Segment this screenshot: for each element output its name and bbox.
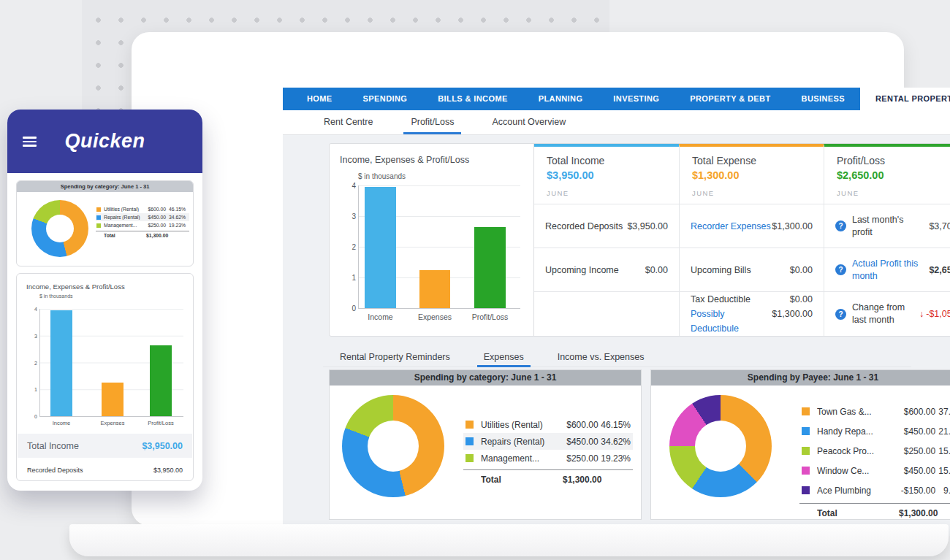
legend-swatch bbox=[802, 427, 810, 435]
row-value: $0.00 bbox=[790, 292, 813, 307]
down-arrow-icon: ↓ bbox=[919, 309, 924, 319]
nav-tab-investing[interactable]: INVESTING bbox=[598, 88, 674, 110]
nav-tab-bills-income[interactable]: BILLS & INCOME bbox=[422, 88, 522, 110]
legend-value: $450.00 bbox=[892, 426, 935, 437]
actual-profit-link[interactable]: Actual Profit this month bbox=[852, 258, 919, 283]
row-label: Upcoming Bills bbox=[691, 265, 751, 275]
legend-percent: 19.23% bbox=[166, 223, 186, 228]
total-label: Total bbox=[104, 233, 143, 238]
legend-row: Peacock Pro... $250.00 15.63% bbox=[799, 441, 950, 461]
profit-loss-summary-section: Income, Expenses & Profit/Loss $ in thou… bbox=[329, 143, 950, 337]
row-label: Total Income bbox=[27, 441, 79, 451]
total-value: $1,300.00 bbox=[560, 475, 618, 485]
nav-tab-home[interactable]: HOME bbox=[292, 88, 348, 110]
subtab-rent-centre[interactable]: Rent Centre bbox=[305, 110, 392, 134]
bar-label-income: Income bbox=[46, 420, 77, 426]
row-value: $2,650.00 bbox=[929, 265, 950, 275]
quicken-desktop-app: HOME SPENDING BILLS & INCOME PLANNING IN… bbox=[283, 88, 950, 536]
bar-label-profit-loss: Profit/Loss bbox=[144, 420, 178, 426]
row-value: $3,700.00 bbox=[929, 221, 950, 231]
panel-title: Spending by Payee: June 1 - 31 bbox=[651, 370, 950, 386]
legend-row: Management... $250.00 19.23% bbox=[96, 221, 189, 229]
card-period: JUNE bbox=[692, 189, 811, 197]
legend-percent: 34.62% bbox=[166, 215, 186, 220]
legend-row: Utilities (Rental) $600.00 46.15% bbox=[96, 205, 189, 213]
bar-expenses bbox=[419, 270, 450, 309]
axis-tick: 2 bbox=[29, 360, 37, 365]
legend-percent: 9.38% bbox=[935, 486, 950, 496]
legend-name: Utilities (Rental) bbox=[104, 207, 143, 212]
legend-name: Town Gas &... bbox=[817, 407, 892, 417]
legend-swatch bbox=[802, 467, 810, 475]
help-icon[interactable]: ? bbox=[835, 264, 846, 275]
legend-row: Ace Plumbing -$150.00 9.38% bbox=[799, 480, 950, 500]
bar-profit-loss bbox=[150, 345, 172, 416]
change-from-last-month-row: ? Change from last month ↓-$1,050.00 bbox=[824, 291, 950, 336]
nav-tab-business[interactable]: BUSINESS bbox=[786, 88, 860, 110]
actual-profit-row: ? Actual Profit this month $2,650.00 bbox=[824, 248, 950, 291]
legend-swatch bbox=[466, 437, 474, 445]
legend-value: $250.00 bbox=[555, 453, 598, 464]
legend-swatch bbox=[466, 421, 474, 429]
legend-value: $250.00 bbox=[143, 223, 166, 228]
payee-legend: Town Gas &... $600.00 37.50% Handy Repa.… bbox=[799, 402, 950, 518]
help-icon[interactable]: ? bbox=[835, 309, 846, 320]
card-amount: $2,650.00 bbox=[837, 169, 950, 181]
spending-by-category-panel: Spending by category: June 1 - 31 Utilit… bbox=[329, 369, 642, 520]
phone-chart-card: Income, Expenses & Profit/Loss $ in thou… bbox=[16, 273, 194, 481]
phone-category-legend: Utilities (Rental) $600.00 46.15% Repair… bbox=[96, 205, 189, 238]
expenses-panels: Spending by category: June 1 - 31 Utilit… bbox=[329, 369, 950, 520]
upcoming-bills-row: Upcoming Bills $0.00 bbox=[679, 248, 824, 291]
possibly-deductible-link[interactable]: Possibly Deductibule bbox=[691, 307, 772, 336]
subtab-account-overview[interactable]: Account Overview bbox=[473, 110, 585, 134]
recorded-expenses-link[interactable]: Recorder Expenses bbox=[691, 221, 771, 231]
summary-card-total-income: Total Income $3,950.00 JUNE bbox=[534, 144, 679, 204]
row-label: Recorded Deposits bbox=[27, 467, 83, 474]
row-label: Recorded Deposits bbox=[545, 221, 623, 231]
spending-by-payee-panel: Spending by Payee: June 1 - 31 Town Gas … bbox=[650, 369, 950, 520]
nav-tab-property-debt[interactable]: PROPERTY & DEBT bbox=[674, 88, 786, 110]
legend-percent: 15.63% bbox=[935, 466, 950, 476]
tab-expenses[interactable]: Expenses bbox=[467, 348, 541, 367]
empty-cell bbox=[534, 291, 679, 336]
legend-value: -$150.00 bbox=[892, 486, 935, 496]
axis-tick: 2 bbox=[345, 243, 356, 251]
nav-tab-planning[interactable]: PLANNING bbox=[523, 88, 598, 110]
legend-row: Handy Repa... $450.00 21.88% bbox=[799, 421, 950, 441]
card-amount: $3,950.00 bbox=[547, 169, 666, 181]
phone-category-card: Spending by category: June 1 - 31 Utilit… bbox=[16, 180, 194, 266]
legend-row: Window Ce... $450.00 15.63% bbox=[799, 461, 950, 480]
tab-income-vs-expenses[interactable]: Income vs. Expenses bbox=[541, 348, 661, 367]
nav-tab-rental-property[interactable]: RENTAL PROPERTY bbox=[860, 88, 950, 110]
phone-category-donut bbox=[31, 200, 88, 257]
panel-title: Spending by category: June 1 - 31 bbox=[330, 370, 641, 386]
row-label: Change from last month bbox=[852, 302, 919, 326]
help-icon[interactable]: ? bbox=[835, 220, 846, 231]
total-label: Total bbox=[817, 508, 896, 518]
recorded-expenses-row: Recorder Expenses $1,300.00 bbox=[679, 204, 824, 248]
card-title: Total Expense bbox=[692, 155, 811, 166]
phone-card-title: Spending by category: June 1 - 31 bbox=[17, 181, 193, 192]
subtab-bar: Rent Centre Profit/Loss Account Overview bbox=[283, 110, 950, 135]
chart-title: Income, Expenses & Profit/Loss bbox=[340, 155, 469, 165]
legend-swatch bbox=[802, 486, 810, 494]
legend-name: Ace Plumbing bbox=[817, 486, 892, 496]
bar-expenses bbox=[102, 383, 123, 416]
quicken-logo: Quicken bbox=[7, 130, 202, 153]
main-navbar: HOME SPENDING BILLS & INCOME PLANNING IN… bbox=[283, 88, 950, 110]
row-value: $0.00 bbox=[790, 265, 813, 275]
panel-body: Town Gas &... $600.00 37.50% Handy Repa.… bbox=[651, 386, 950, 520]
nav-tab-spending[interactable]: SPENDING bbox=[348, 88, 423, 110]
phone-total-income-row: Total Income $3,950.00 bbox=[18, 434, 192, 458]
row-label: Last month's profit bbox=[852, 214, 919, 239]
tab-rental-property-reminders[interactable]: Rental Property Reminders bbox=[323, 348, 467, 367]
legend-row: Utilities (Rental) $600.00 46.15% bbox=[463, 416, 633, 433]
legend-total-row: Total $1,300.00 bbox=[799, 503, 950, 518]
bar-label-expenses: Expenses bbox=[96, 420, 129, 426]
bar-chart-plot: 4 3 2 1 0 Income Expenses Profit/Loss bbox=[358, 185, 520, 309]
phone-recorded-deposits-row: Recorded Deposits $3,950.00 bbox=[18, 461, 192, 479]
legend-value: $450.00 bbox=[555, 437, 598, 447]
bar-profit-loss bbox=[474, 227, 506, 308]
legend-row: Repairs (Rental) $450.00 34.62% bbox=[463, 433, 633, 450]
subtab-profit-loss[interactable]: Profit/Loss bbox=[392, 110, 473, 134]
